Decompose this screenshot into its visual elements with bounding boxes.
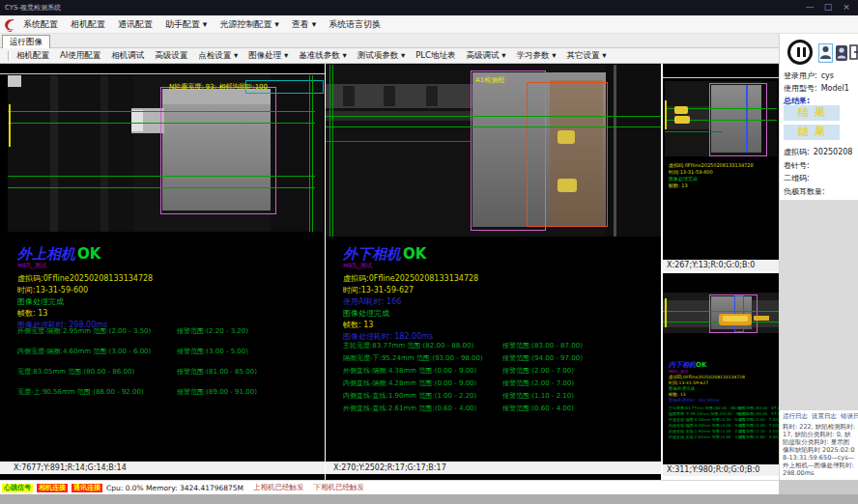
program-name: M8孔_测试: [17, 262, 46, 270]
alarm-range: 报警范围:(89.00 - 91.00): [177, 387, 257, 397]
tool-advanced-settings[interactable]: 高级设置: [155, 50, 187, 62]
login-user-row: 登录用户:cys: [784, 70, 834, 81]
alarm-range: 报警范围:(2.20 - 3.20): [177, 326, 248, 336]
tool-other-settings[interactable]: 其它设置 ▾: [566, 50, 606, 62]
measure-row: 内侧直线-直线:1.90mm 范围:(1.00 - 2.20)报警范围:(1.1…: [343, 391, 643, 401]
measure-line-vertical: [309, 75, 310, 232]
machine-slot: [426, 86, 438, 106]
tool-learning-params[interactable]: 学习参数 ▾: [516, 50, 556, 62]
minimize-button[interactable]: —: [802, 0, 817, 14]
measure-line: [663, 311, 779, 312]
measure-value: 内侧直线-直线:1.90mm 范围:(1.00 - 2.20): [669, 429, 745, 434]
alarm-range: 报警范围:(2.00 - 7.00): [502, 378, 574, 388]
reflection-highlight: [558, 179, 577, 192]
camera-panel-outer-lower: A1检测框 外下相机OK M8孔_测试 虚拟码:0Ffline202502081…: [326, 64, 661, 480]
result-box-upper: 结果: [784, 105, 840, 121]
measure-value: 主轮宽度:83.77mm 范围:(82.00 - 88.00): [343, 342, 473, 350]
log-tab-errors[interactable]: 错误日志: [841, 412, 858, 420]
mini-alarm: 报警范围:(1.10 - 2.10): [738, 429, 779, 434]
avatar-icon: [836, 45, 847, 61]
mini-virtual-code: 虚拟码:0Ffline20250208133134728: [669, 162, 754, 168]
tool-baseline-params[interactable]: 基准线参数 ▾: [299, 50, 346, 62]
panel-divider: [663, 77, 779, 78]
machine-slot: [384, 86, 395, 106]
measure-row: 外侧宽度-隔圈:2.95mm 范围:(2.00 - 3.50)报警范围:(2.2…: [17, 326, 317, 336]
toolbar: 相机配置 AI使用配置 相机调试 高级设置 点检设置 ▾ 图像处理 ▾ 基准线参…: [0, 48, 779, 64]
model-row: 使用型号:Model1: [784, 83, 849, 94]
title-bar: CYS-视觉检测系统 — □ ×: [0, 0, 858, 15]
operator-avatar-button[interactable]: [836, 45, 847, 61]
app-window: CYS-视觉检测系统 — □ × 系统配置 相机配置 通讯配置 助手配置 ▾ 光…: [0, 0, 858, 504]
maximize-button[interactable]: □: [820, 0, 836, 14]
menu-language-switch[interactable]: 系统语言切换: [329, 18, 381, 31]
camera-image-right-top[interactable]: [665, 81, 777, 156]
menu-view[interactable]: 查看 ▾: [292, 18, 316, 31]
user-login-button[interactable]: [818, 43, 833, 63]
logout-button[interactable]: [849, 43, 858, 62]
cpu-memory-status: Cpu: 0.0% Memory: 3424.41796875M: [106, 484, 243, 492]
virtual-code-value: 20250208: [814, 148, 853, 156]
log-tabs: 运行日志设置日志错误日志: [783, 412, 858, 421]
mini-time: 时间:13-31-59-600: [669, 169, 713, 175]
log-tab-run[interactable]: 运行日志: [783, 412, 808, 420]
measure-value: 外侧直线-直线:2.61mm 范围:(0.60 - 4.00): [343, 405, 476, 412]
right-sidebar: 登录用户:cys 使用型号:Model1 总结果: 结果 结果 虚拟码:2025…: [779, 34, 858, 480]
menu-comm-config[interactable]: 通讯配置: [118, 18, 153, 31]
menu-system-config[interactable]: 系统配置: [23, 18, 58, 31]
menu-light-control-config[interactable]: 光源控制配置 ▾: [219, 18, 278, 31]
process-done-line: 图像处理完成: [343, 308, 389, 319]
alarm-range: 报警范围:(81.00 - 85.00): [177, 367, 257, 377]
measure-line: [665, 131, 723, 132]
alarm-range: 报警范围:(1.10 - 2.10): [502, 391, 574, 401]
camera-image-left[interactable]: N轮廓宽度: 93; 相邻沟间距:100: [8, 75, 324, 232]
bright-corner: [8, 75, 21, 87]
camera-image-middle[interactable]: A1检测框: [326, 65, 661, 237]
process-done-line: 图像处理完成: [17, 296, 64, 307]
qrcode-label: 二维码:: [784, 173, 810, 183]
tool-plc-address-table[interactable]: PLC地址表: [415, 50, 455, 62]
menu-assistant-config[interactable]: 助手配置 ▾: [165, 18, 207, 31]
camera-image-right-bottom[interactable]: [663, 293, 779, 333]
measure-line-vertical: [332, 65, 333, 237]
measure-line: [8, 187, 315, 188]
overlay-measure-label: N轮廓宽度: 93; 相邻沟间距:100: [169, 82, 268, 92]
mini-measure-row: 主轮宽度:83.77mm 范围:(82.00 - 88.00): [669, 406, 743, 410]
measure-line: [326, 141, 471, 142]
camera-name: 内下相机: [669, 361, 696, 369]
needle-number-label: 卷针号:: [784, 160, 810, 171]
reflection-highlight: [754, 316, 769, 321]
camera-panel-inner-lower: 内下相机OK M8孔_测试 虚拟码:0Ffline202502081331347…: [663, 273, 779, 476]
log-tab-settings[interactable]: 设置日志: [812, 412, 837, 420]
program-name: M8孔_测试: [343, 262, 372, 270]
measure-row: 宽度:83.05mm 范围:(80.00 - 86.00)报警范围:(81.00…: [17, 367, 317, 377]
mini-measure-row: 内侧直线-隔圈:4.28mm 范围:(0.00 - 9.00): [669, 423, 745, 428]
logout-door-icon: [849, 43, 858, 62]
measure-value: 外侧宽度-隔圈:2.95mm 范围:(2.00 - 3.50): [17, 327, 151, 335]
tool-test-item-params[interactable]: 测试项参数 ▾: [358, 50, 405, 62]
mini-alarm: 报警范围:(0.60 - 4.00): [738, 434, 779, 439]
mini-measure-row: 内侧直线-直线:1.90mm 范围:(1.00 - 2.20): [669, 429, 745, 434]
lower-camera-trigger-status: 下相机已经触发: [314, 483, 365, 492]
pause-button[interactable]: [787, 40, 813, 65]
mini-alarm: 报警范围:(2.00 - 7.00): [738, 417, 779, 422]
tool-image-processing[interactable]: 图像处理 ▾: [248, 50, 288, 62]
camera-status-ok: OK: [403, 245, 426, 263]
calibration-line-yellow: [665, 100, 667, 129]
image-background: [8, 75, 133, 232]
menu-camera-config[interactable]: 相机配置: [71, 18, 105, 31]
tool-advanced-debug[interactable]: 高级调试 ▾: [467, 50, 506, 62]
model-select[interactable]: Model1: [821, 84, 849, 93]
window-title: CYS-视觉检测系统: [5, 4, 61, 12]
tool-camera-debug[interactable]: 相机调试: [111, 50, 144, 62]
measure-value: 隔圈宽度-下:95.24mm 范围:(93.00 - 98.00): [669, 411, 749, 416]
tab-run-image[interactable]: 运行图像: [2, 35, 50, 48]
measure-row: 主轮宽度:83.77mm 范围:(82.00 - 88.00)报警范围:(83.…: [343, 341, 643, 350]
tool-ai-usage-config[interactable]: AI使用配置: [60, 50, 100, 62]
upper-camera-trigger-status: 上相机已经触发: [253, 483, 304, 492]
mini-alarm: 报警范围:(83.00 - 87.00): [738, 406, 784, 410]
tool-spot-check[interactable]: 点检设置 ▾: [198, 50, 238, 62]
alarm-range: 报警范围:(83.00 - 87.00): [502, 341, 583, 350]
close-button[interactable]: ×: [839, 0, 854, 14]
measure-line: [8, 176, 315, 177]
tool-camera-config[interactable]: 相机配置: [16, 50, 49, 62]
